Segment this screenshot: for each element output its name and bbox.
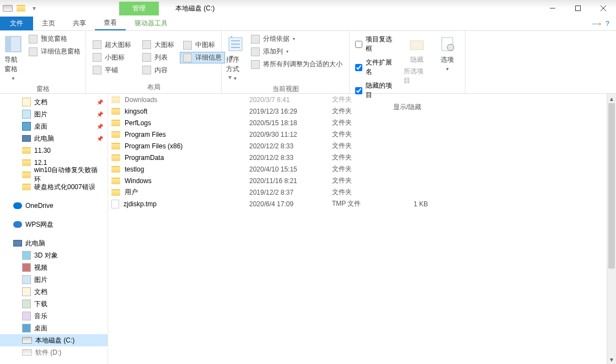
nav-pane-button[interactable]: 导航窗格 ▼ [3,33,23,83]
pc-icon [13,240,22,247]
file-type: TMP 文件 [332,199,387,208]
documents-icon [22,98,31,106]
layout-list-button[interactable]: 列表 [139,52,178,63]
tree-item-documents2[interactable]: 文档 [0,286,108,298]
layout-tile-button[interactable]: 平铺 [89,65,135,76]
downloads-icon [22,299,31,308]
svg-rect-1 [576,6,581,11]
svg-rect-5 [6,36,11,52]
tree-item-thispc[interactable]: 此电脑 [0,237,108,249]
file-row[interactable]: testlog2020/4/10 15:15文件夹 [108,163,607,175]
svg-rect-10 [410,41,424,50]
tab-view[interactable]: 查看 [95,17,126,30]
tab-home[interactable]: 主页 [33,17,64,30]
options-button[interactable]: 选项 ▼ [433,33,462,74]
tree-item-pictures2[interactable]: 图片 [0,274,108,286]
layout-xl-button[interactable]: 超大图标 [89,39,135,51]
file-name: Program Files (x86) [125,142,183,150]
tree-item-downloads[interactable]: 下载 [0,298,108,310]
navigation-tree[interactable]: 文档📌 图片📌 桌面📌 此电脑📌 11.30 12.1 win10自动修复失败循… [0,94,108,364]
file-list[interactable]: Downloads2020/3/7 8:41文件夹kingsoft2019/12… [108,94,607,364]
pictures-icon [22,275,31,284]
qat-dropdown-icon[interactable]: ▾ [29,3,40,14]
file-name: zjdiskp.tmp [124,200,157,208]
tree-item-videos[interactable]: 视频 [0,261,108,274]
file-row[interactable]: 用户2019/12/2 8:37文件夹 [108,186,607,198]
qat-properties-icon[interactable] [15,3,26,14]
file-date: 2020/9/30 11:12 [249,131,332,138]
ribbon: 导航窗格 ▼ 预览窗格 详细信息窗格 窗格 超大图标 大图标 小图标 列表 平铺… [0,31,616,94]
tree-item-ddrive[interactable]: 软件 (D:) [0,346,108,358]
file-row[interactable]: kingsoft2019/12/3 16:29文件夹 [108,105,607,117]
group-label-panes: 窗格 [3,83,82,95]
scroll-track[interactable] [607,103,616,355]
minimize-button[interactable] [540,1,565,16]
file-name: Program Files [125,131,166,138]
pin-icon: 📌 [97,136,103,142]
layout-lg-button[interactable]: 大图标 [139,39,178,51]
folder-icon [111,166,120,173]
group-label-currentview: 当前视图 [225,83,346,95]
help-icon[interactable]: ? [606,20,609,28]
item-checkbox-toggle[interactable]: 项目复选框 [353,33,400,55]
vertical-scrollbar[interactable]: ▴ ▾ [607,94,616,364]
tree-item-folder1[interactable]: 11.30 [0,144,108,157]
content-icon [142,66,151,74]
tree-item-documents[interactable]: 文档📌 [0,96,108,108]
file-row[interactable]: Program Files (x86)2020/12/2 8:33文件夹 [108,140,607,152]
preview-pane-button[interactable]: 预览窗格 [25,33,84,45]
scroll-down-button[interactable]: ▾ [607,355,616,364]
file-ext-toggle[interactable]: 文件扩展名 [353,56,400,78]
folder-icon [111,108,120,115]
file-name: ProgramData [125,154,164,162]
file-row[interactable]: zjdiskp.tmp2020/6/4 17:09TMP 文件1 KB [108,198,607,210]
pictures-icon [22,110,31,119]
file-name: 用户 [125,188,138,197]
add-columns-button[interactable]: 添加列 ▾ [248,46,346,57]
tree-item-thispc-quick[interactable]: 此电脑📌 [0,132,108,144]
tree-item-cdrive[interactable]: 本地磁盘 (C:) [0,334,108,346]
file-date: 2020/4/10 15:15 [249,165,332,173]
tab-share[interactable]: 共享 [64,17,95,30]
tree-item-desktop2[interactable]: 桌面 [0,322,108,334]
file-type: 文件夹 [332,164,387,174]
tree-item-folder4[interactable]: 硬盘格式化0007错误 [0,181,108,193]
tree-item-desktop[interactable]: 桌面📌 [0,120,108,132]
file-name: kingsoft [125,108,147,115]
sort-button[interactable]: 排序方式 ▼ [225,33,245,83]
tree-item-3dobjects[interactable]: 3D 对象 [0,249,108,261]
file-row[interactable]: Windows2020/11/16 8:21文件夹 [108,175,607,186]
file-row[interactable]: Downloads2020/3/7 8:41文件夹 [108,94,607,105]
app-icon [2,3,13,14]
hide-selected-button[interactable]: 隐藏 所选项目 [403,33,431,88]
context-tab-manage[interactable]: 管理 [119,2,159,15]
tab-file[interactable]: 文件 [0,17,33,30]
close-button[interactable] [591,1,616,16]
folder-icon [111,120,120,126]
layout-details-button[interactable]: 详细信息 [180,52,225,63]
pc-icon [22,135,31,142]
details-pane-icon [29,47,38,56]
scroll-thumb[interactable] [608,103,615,269]
tree-item-wps[interactable]: WPS网盘 [0,218,108,231]
tab-drive-tools[interactable]: 驱动器工具 [126,17,176,30]
3d-icon [22,251,31,260]
file-row[interactable]: Program Files2020/9/30 11:12文件夹 [108,129,607,140]
layout-content-button[interactable]: 内容 [139,65,178,76]
fit-columns-button[interactable]: 将所有列调整为合适的大小 [248,58,346,70]
tree-item-folder3[interactable]: win10自动修复失败循环 [0,169,108,181]
folder-icon [111,143,120,149]
group-by-button[interactable]: 分组依据 ▾ [248,33,346,45]
file-row[interactable]: ProgramData2020/12/2 8:33文件夹 [108,152,607,163]
maximize-button[interactable] [565,1,591,16]
collapse-ribbon-icon[interactable]: ⟶ [592,20,601,28]
layout-sm-button[interactable]: 小图标 [89,52,135,63]
details-pane-button[interactable]: 详细信息窗格 [25,46,84,57]
file-row[interactable]: PerfLogs2020/5/15 18:18文件夹 [108,117,607,129]
tree-item-pictures[interactable]: 图片📌 [0,108,108,120]
tree-item-music[interactable]: 音乐 [0,310,108,322]
tree-item-onedrive[interactable]: OneDrive [0,200,108,212]
layout-md-button[interactable]: 中图标 [180,39,225,51]
chevron-down-icon: ▼ [11,76,15,81]
scroll-up-button[interactable]: ▴ [607,94,616,103]
